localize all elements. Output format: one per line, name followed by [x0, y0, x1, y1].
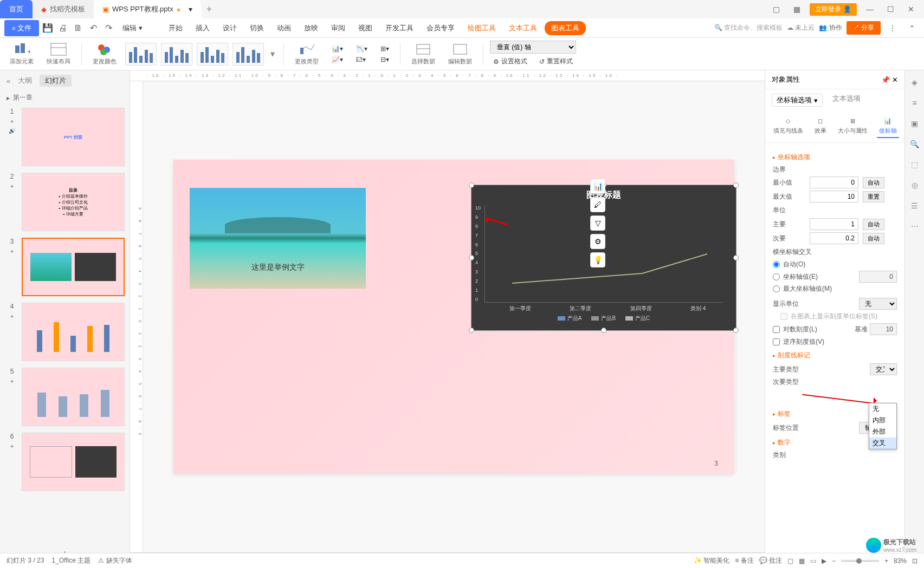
- ribbon-misc-4[interactable]: 🗠▾: [353, 55, 371, 64]
- collab-button[interactable]: 👥 协作: [819, 23, 842, 32]
- ribbon-misc-6[interactable]: ⊟▾: [377, 55, 392, 64]
- opt-cross[interactable]: 交叉: [869, 438, 896, 449]
- menu-review[interactable]: 审阅: [326, 20, 351, 36]
- ribbon-misc-1[interactable]: 📊▾: [328, 44, 346, 54]
- chart-settings-icon[interactable]: ⚙: [590, 234, 605, 249]
- max-axis-radio[interactable]: 最大坐标轴值(M): [773, 284, 897, 293]
- major-type-select[interactable]: 交叉: [870, 363, 897, 375]
- print-icon[interactable]: 🖨: [56, 22, 69, 35]
- redo-icon[interactable]: ↷: [102, 22, 115, 35]
- undo-icon[interactable]: ↶: [87, 22, 100, 35]
- thumb-4[interactable]: 4✦: [0, 299, 130, 364]
- fit-icon[interactable]: ⊡: [912, 557, 917, 565]
- app-grid-icon[interactable]: ▦: [789, 2, 804, 17]
- ribbon-misc-3[interactable]: 📉▾: [353, 44, 371, 54]
- view-reading-icon[interactable]: ▭: [810, 557, 816, 565]
- menu-member[interactable]: 会员专享: [421, 20, 460, 36]
- rail-image-icon[interactable]: ▣: [908, 117, 921, 130]
- menu-view[interactable]: 视图: [353, 20, 378, 36]
- chart-elements-icon[interactable]: 📊: [590, 179, 605, 194]
- handle-bl[interactable]: [469, 328, 474, 333]
- view-normal-icon[interactable]: ▢: [787, 557, 793, 565]
- min-input[interactable]: [810, 177, 858, 188]
- display-unit-select[interactable]: 无: [859, 298, 897, 310]
- axis-val-radio[interactable]: 坐标轴值(E): [773, 271, 897, 283]
- chart-tips-icon[interactable]: 💡: [590, 252, 605, 267]
- effect-tab[interactable]: ◻效果: [812, 115, 829, 138]
- chart-style-2[interactable]: [161, 43, 192, 66]
- log-check[interactable]: 对数刻度(L)基准: [773, 323, 897, 335]
- document-tab[interactable]: ▣ WPS PPT教程.pptx ● ▾: [94, 0, 201, 18]
- handle-bm[interactable]: [601, 328, 606, 333]
- collapse-panel-icon[interactable]: «: [7, 77, 10, 85]
- fill-tab[interactable]: ◇填充与线条: [771, 115, 805, 138]
- axis-selector[interactable]: 垂直 (值) 轴: [490, 41, 576, 54]
- tick-type-dropdown[interactable]: 无 内部 外部 交叉: [869, 403, 897, 449]
- menu-chart-tools[interactable]: 图表工具: [545, 21, 586, 35]
- layout-icon[interactable]: ▢: [768, 2, 784, 17]
- template-tab[interactable]: ◆ 找稻壳模板: [33, 0, 94, 18]
- menu-insert[interactable]: 插入: [190, 20, 215, 36]
- ribbon-misc-2[interactable]: 📈▾: [328, 55, 346, 64]
- text-options-tab[interactable]: 文本选项: [832, 94, 861, 107]
- handle-br[interactable]: [733, 328, 739, 333]
- save-icon[interactable]: 💾: [41, 22, 54, 35]
- menu-transition[interactable]: 切换: [244, 20, 269, 36]
- rail-list-icon[interactable]: ☰: [908, 199, 921, 212]
- rail-fullscreen-icon[interactable]: ⬚: [908, 158, 921, 171]
- select-data-group[interactable]: 选择数据: [407, 40, 440, 68]
- max-reset-button[interactable]: 重置: [863, 191, 884, 203]
- min-auto-button[interactable]: 自动: [863, 177, 884, 188]
- comments-toggle[interactable]: 💬 批注: [759, 556, 782, 565]
- more-icon[interactable]: ⋮: [885, 21, 900, 36]
- tick-section[interactable]: 刻度线标记: [773, 351, 897, 360]
- change-color-group[interactable]: 更改颜色: [88, 40, 121, 68]
- menu-slideshow[interactable]: 放映: [299, 20, 324, 36]
- section-header[interactable]: ▸ 第一章: [0, 91, 130, 105]
- menu-text-tools[interactable]: 文本工具: [503, 20, 542, 36]
- share-button[interactable]: ↗ 分享: [847, 21, 881, 35]
- theme-name[interactable]: 1_Office 主题: [51, 556, 91, 565]
- menu-dev[interactable]: 开发工具: [380, 20, 419, 36]
- axis-tab[interactable]: 📊坐标轴: [877, 115, 899, 138]
- reverse-check[interactable]: 逆序刻度值(V): [773, 337, 897, 347]
- beach-image[interactable]: 这里是举例文字: [190, 188, 366, 289]
- chart-legend[interactable]: 产品A 产品B 产品C: [471, 315, 736, 322]
- slides-tab[interactable]: 幻灯片: [40, 75, 72, 87]
- set-format-button[interactable]: ⚙ 设置格式: [490, 56, 531, 67]
- zoom-out-icon[interactable]: −: [832, 557, 836, 565]
- quick-layout-group[interactable]: 快速布局: [42, 40, 75, 68]
- max-input[interactable]: [810, 191, 858, 203]
- opt-none[interactable]: 无: [869, 403, 896, 415]
- axis-section[interactable]: 坐标轴选项: [773, 153, 897, 162]
- handle-tr[interactable]: [733, 182, 739, 188]
- size-tab[interactable]: ⊞大小与属性: [836, 115, 870, 138]
- menu-animation[interactable]: 动画: [272, 20, 296, 36]
- handle-tl[interactable]: [469, 182, 474, 188]
- handle-mr[interactable]: [733, 255, 739, 260]
- view-slideshow-icon[interactable]: ▶: [822, 557, 826, 565]
- new-tab-button[interactable]: +: [201, 4, 218, 15]
- rail-find-icon[interactable]: 🔍: [908, 138, 921, 151]
- minor-auto-button[interactable]: 自动: [863, 233, 884, 244]
- missing-font[interactable]: ⚠ 缺失字体: [98, 556, 132, 565]
- reset-style-button[interactable]: ↺ 重置样式: [536, 56, 576, 67]
- chart-style-1[interactable]: [125, 43, 157, 66]
- minimize-button[interactable]: —: [862, 2, 877, 17]
- chart-styles-icon[interactable]: 🖊: [590, 197, 605, 212]
- rail-target-icon[interactable]: ◎: [908, 179, 921, 192]
- zoom-in-icon[interactable]: +: [884, 557, 888, 565]
- pin-icon[interactable]: 📌: [881, 76, 890, 84]
- thumb-3[interactable]: 3✦: [0, 234, 130, 299]
- outline-tab[interactable]: 大纲: [18, 76, 32, 86]
- edit-menu[interactable]: 编辑 ▾: [117, 20, 148, 36]
- change-type-group[interactable]: 更改类型: [290, 40, 323, 68]
- rail-more-icon[interactable]: ⋯: [908, 220, 921, 233]
- close-button[interactable]: ✕: [903, 2, 919, 17]
- tab-close-button[interactable]: ▾: [189, 5, 192, 14]
- rail-select-icon[interactable]: ◈: [908, 76, 921, 89]
- chart-filter-icon[interactable]: ▽: [590, 216, 605, 231]
- chart-style-more[interactable]: ▾: [268, 47, 277, 61]
- menu-draw-tools[interactable]: 绘图工具: [462, 20, 501, 36]
- thumb-2[interactable]: 2✦ 目录• 介绍基本操作• 介绍公司文化• 详细介绍产品• 详细方案: [0, 169, 130, 234]
